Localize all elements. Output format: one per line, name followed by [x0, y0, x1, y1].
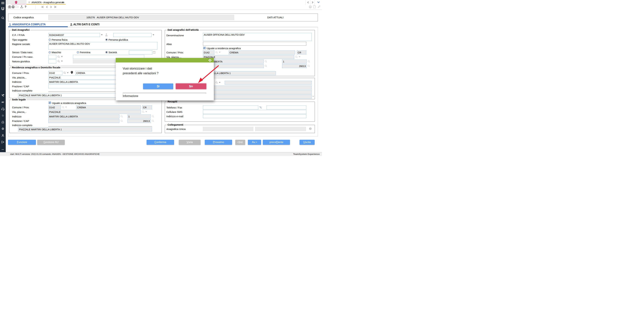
home-tab[interactable]	[6, 0, 26, 5]
attivita-comune-nome-field: CREMA	[229, 51, 295, 54]
upload-icon[interactable]	[20, 5, 23, 8]
varia-key: V	[186, 141, 188, 144]
ragione-sociale-input[interactable]: AUSER OFFICINA DELL'AIUTO ODV	[48, 42, 157, 50]
natura-code-input[interactable]	[48, 59, 56, 63]
tab-anagrafica-completa[interactable]: 1. ANAGRAFICA COMPLETA	[9, 23, 46, 26]
precedente-button[interactable]: preceDente	[263, 140, 290, 145]
attivita-indirizzo-search-icon	[265, 60, 267, 63]
telefono-input[interactable]	[203, 106, 258, 109]
avanti-button[interactable]: Av.>	[248, 140, 261, 145]
gestioneau-key: G	[44, 141, 46, 144]
residenza-caret[interactable]	[67, 72, 68, 73]
comune-nasc-caret[interactable]	[61, 56, 63, 57]
radio-societa[interactable]	[106, 51, 108, 53]
stato-dati-label: DATI ATTUALI	[258, 16, 292, 19]
nav-last-icon[interactable]	[54, 6, 56, 8]
cf-dropdown-caret[interactable]	[101, 34, 103, 35]
sede-civico-field: 1	[128, 114, 150, 118]
conferma-button[interactable]: Conferma	[146, 140, 174, 145]
indietro-button[interactable]: <Ind.	[235, 140, 245, 145]
tab-altri-dati-e-conti[interactable]: 2. ALTRI DATI E CONTI	[70, 23, 100, 26]
ind-post: nd.	[240, 141, 243, 144]
sede-comune-nome-field: CREMA	[76, 105, 141, 109]
logout-icon[interactable]	[0, 141, 6, 143]
calendar-icon[interactable]: 3	[153, 51, 156, 54]
ec-logo-icon[interactable]: ec	[0, 101, 6, 103]
tabs-scroll-left-button[interactable]	[306, 0, 310, 5]
dialog-yes-button[interactable]: Sì	[143, 83, 173, 89]
headset-icon[interactable]	[0, 107, 6, 110]
radio-persona-fisica[interactable]	[49, 39, 51, 41]
user-profile-icon[interactable]	[0, 134, 6, 137]
tab-anagen[interactable]: ☆ ANAGEN - Anagrafica generale ×	[26, 0, 66, 5]
comune-nasc-code-input[interactable]	[48, 55, 56, 59]
phone-contact-icon[interactable]	[0, 94, 6, 97]
codice-anagrafica-value[interactable]: 105276	[48, 15, 96, 20]
status-text: start: MULTI versione: 2022.01.03 comand…	[10, 153, 100, 155]
residenza-frazione-input[interactable]	[48, 84, 120, 88]
no-key: N	[189, 85, 191, 88]
sede-uguale-checkbox[interactable]: ✓	[49, 102, 51, 104]
nav-previous-icon[interactable]	[46, 6, 48, 8]
cf-secondary-input[interactable]	[113, 33, 152, 37]
gestione-au-button[interactable]: Gestione AU	[37, 140, 65, 145]
move-icon[interactable]	[208, 59, 212, 62]
comune-nasc-search-icon[interactable]	[57, 55, 60, 58]
residenza-comune-code-input[interactable]: D142	[48, 71, 62, 75]
tab-star-icon[interactable]: ☆	[28, 1, 30, 4]
funzioni-button[interactable]: Funzioni	[8, 140, 36, 145]
tabs-scroll-right-button[interactable]	[310, 0, 315, 5]
attivita-denominazione-input[interactable]: AUSER OFFICINA DELL'AIUTO ODV	[203, 33, 312, 41]
tab1-key: 1	[9, 23, 11, 26]
dettagli-caret[interactable]	[219, 82, 220, 83]
prossimo-button[interactable]: Prossimo	[205, 140, 232, 145]
favorites-star-icon[interactable]: ☆	[0, 114, 6, 117]
sede-frazione-label: Frazione / CAP	[12, 119, 29, 123]
print-icon[interactable]	[12, 5, 14, 8]
notifications-bell-icon[interactable]	[0, 121, 6, 124]
tab-close-icon[interactable]: ×	[62, 1, 64, 4]
hamburger-menu-icon[interactable]	[1, 2, 4, 5]
tabs-dropdown-button[interactable]	[314, 0, 322, 5]
edit-pencil-icon[interactable]	[318, 5, 320, 8]
email-input[interactable]	[203, 114, 306, 118]
folder-icon[interactable]	[16, 6, 18, 8]
natura-search-icon[interactable]	[57, 60, 60, 63]
snapshot-camera-icon[interactable]	[8, 6, 11, 8]
radio-femmina[interactable]	[77, 51, 79, 53]
map-pin-icon[interactable]	[71, 71, 73, 74]
residenza-search-icon[interactable]	[64, 72, 66, 74]
data-nascita-input[interactable]	[129, 51, 152, 54]
dialog-question-line2: precedenti alle variazioni ?	[123, 72, 158, 75]
cf-piva-input[interactable]: 91042440197	[48, 33, 100, 37]
sede-via-search-icon	[142, 110, 144, 113]
help-icon[interactable]: ?	[25, 5, 26, 9]
nav-next-icon[interactable]	[50, 6, 52, 8]
new-document-icon[interactable]	[313, 5, 316, 8]
residenza-indirizzo-input[interactable]: MARTIRI DELLA LIBERTA	[48, 80, 120, 84]
cellulare-input[interactable]	[203, 110, 306, 114]
cf-secondary-caret[interactable]	[152, 34, 154, 35]
dialog-footer-label: Informazione	[123, 95, 138, 98]
dialog-header[interactable]	[116, 58, 214, 62]
radio-maschio[interactable]	[49, 51, 51, 53]
print-pdf-icon[interactable]: PDF	[309, 5, 312, 8]
more-ellipsis-icon[interactable]: •••	[0, 148, 6, 150]
natura-caret[interactable]	[61, 61, 63, 62]
settings-gear-icon[interactable]: ⚙	[0, 127, 6, 130]
phone-icon[interactable]	[259, 106, 262, 109]
teamsystem-logo[interactable]: U	[0, 6, 6, 11]
dialog-no-button[interactable]: No	[176, 83, 206, 89]
dettagli-search-icon[interactable]	[215, 81, 218, 84]
fax-input[interactable]	[267, 106, 306, 109]
attivita-uguale-checkbox[interactable]: ✓	[203, 47, 206, 49]
conferma-post: onferma	[156, 141, 166, 144]
nav-first-icon[interactable]	[42, 6, 44, 8]
info-icon[interactable]: i	[309, 127, 312, 130]
radio-persona-giuridica[interactable]	[106, 39, 108, 41]
denominazione-header-value[interactable]: AUSER OFFICINA DELL'AIUTO ODV	[96, 15, 234, 20]
search-icon[interactable]	[0, 17, 6, 20]
uscita-button[interactable]: Uscita	[300, 140, 314, 145]
varia-button[interactable]: Varia	[179, 140, 200, 145]
attivita-alias-input[interactable]	[203, 42, 306, 46]
